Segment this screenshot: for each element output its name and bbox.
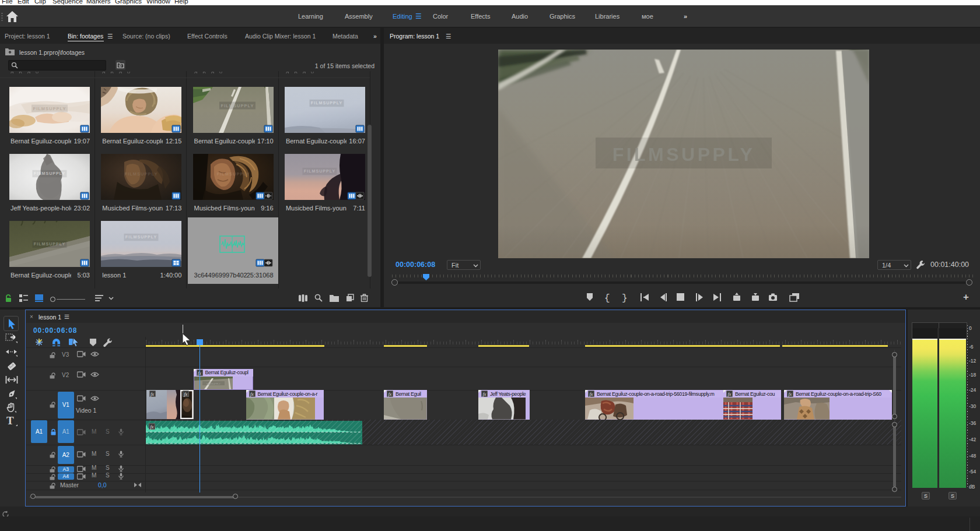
svg-text:}: } <box>622 293 628 303</box>
svg-text:FILMSUPPLY: FILMSUPPLY <box>612 144 755 165</box>
svg-text:{: { <box>604 293 610 303</box>
svg-text:FILMSUPPLY: FILMSUPPLY <box>304 169 335 174</box>
svg-text:FILMSUPPLY: FILMSUPPLY <box>220 103 254 108</box>
svg-text:FILMSUPPLY: FILMSUPPLY <box>125 171 158 177</box>
svg-text:FILMSUPPLY: FILMSUPPLY <box>311 101 342 106</box>
svg-text:FILMSUPPLY: FILMSUPPLY <box>125 235 157 240</box>
svg-text:FILMSUPPLY: FILMSUPPLY <box>34 171 65 176</box>
svg-text:FILMSUPPLY: FILMSUPPLY <box>216 171 250 177</box>
svg-text:FILMSUPPLY: FILMSUPPLY <box>33 106 66 111</box>
svg-text:FILMSUPPLY: FILMSUPPLY <box>34 242 65 247</box>
